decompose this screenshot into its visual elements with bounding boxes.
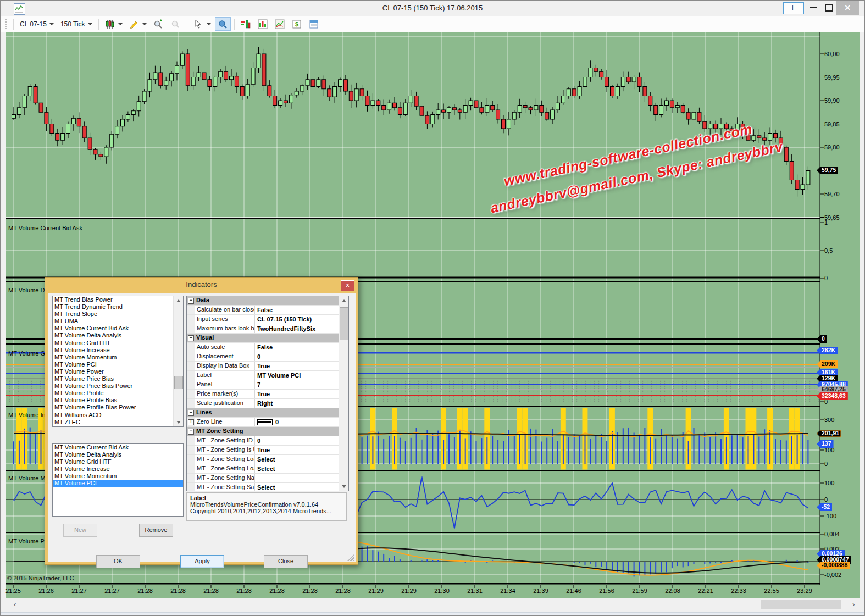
indicator-list-item[interactable]: MT Volume Current Bid Ask <box>53 325 174 332</box>
indicator-list-item[interactable]: MT Trend Bias Power <box>53 296 174 303</box>
property-grid[interactable]: −DataCalculate on bar closeFalseInput se… <box>186 296 349 491</box>
property-value[interactable]: 0 <box>255 436 339 445</box>
indicator-list-item[interactable]: MT Volume Price Bias <box>53 375 174 382</box>
indicator-list-item[interactable]: MT Volume Power <box>53 368 174 375</box>
property-value[interactable]: Select <box>255 483 339 491</box>
horizontal-scrollbar[interactable]: ‹ › <box>1 598 864 612</box>
property-value[interactable]: MT Volume PCI <box>255 371 339 380</box>
property-value[interactable]: False <box>255 306 339 314</box>
property-group-row[interactable]: −Lines <box>187 408 339 418</box>
property-group-row[interactable]: −MT Zone Setting <box>187 427 339 436</box>
collapse-icon[interactable]: − <box>188 298 194 304</box>
indicator-list-item[interactable]: MT UMA <box>53 318 174 325</box>
apply-button[interactable]: Apply <box>180 555 224 568</box>
property-row[interactable]: MT - Zone Setting Nam <box>187 474 339 483</box>
property-row[interactable]: +Zero Line0 <box>187 418 339 427</box>
property-row[interactable]: MT - Zone Setting SavSelect <box>187 483 339 491</box>
property-row[interactable]: Auto scaleFalse <box>187 343 339 352</box>
property-value[interactable]: False <box>255 343 339 352</box>
selected-indicator-item[interactable]: MT Volume Momentum <box>53 473 183 480</box>
selected-indicators-list[interactable]: MT Volume Current Bid AskMT Volume Delta… <box>52 443 184 517</box>
close-button[interactable]: Close <box>264 555 308 568</box>
property-value[interactable]: TwoHundredFiftySix <box>255 324 339 333</box>
scrollbar-thumb[interactable] <box>761 600 841 609</box>
indicator-list-item[interactable]: MT Volume PCI <box>53 361 174 368</box>
property-row[interactable]: Displacement0 <box>187 352 339 362</box>
property-value[interactable]: 0 <box>255 418 339 426</box>
indicator-list-item[interactable]: MT Volume Momentum <box>53 354 174 361</box>
scroll-right-icon[interactable]: › <box>852 600 855 608</box>
indicator-list-item[interactable]: MT Volume Profile Bias <box>53 397 174 404</box>
property-value[interactable]: 0 <box>255 352 339 361</box>
scroll-down-icon[interactable] <box>339 482 348 491</box>
 <box>258 421 271 423</box>
indicator-list-item[interactable]: MT Volume Delta Analyis <box>53 332 174 339</box>
property-row[interactable]: Maximum bars look baTwoHundredFiftySix <box>187 324 339 334</box>
grid-scrollbar[interactable] <box>339 296 348 491</box>
property-row[interactable]: Scale justificationRight <box>187 399 339 408</box>
property-value[interactable]: CL 07-15 (150 Tick) <box>255 315 339 324</box>
property-value[interactable]: 7 <box>255 380 339 389</box>
collapse-icon[interactable]: − <box>188 335 194 341</box>
property-row[interactable]: MT - Zone Setting ID0 <box>187 436 339 446</box>
property-value-text: MT Volume PCI <box>257 371 301 380</box>
dialog-close-button[interactable]: x <box>341 280 354 291</box>
property-row[interactable]: MT - Zone Setting LoaSelect <box>187 464 339 474</box>
selected-indicator-item[interactable]: MT Volume Increase <box>53 465 183 473</box>
property-row[interactable]: Calculate on bar closeFalse <box>187 306 339 315</box>
scroll-down-icon[interactable] <box>174 418 183 426</box>
time-axis-label: 22:55 <box>764 587 779 594</box>
property-value[interactable]: True <box>255 362 339 370</box>
scroll-up-icon[interactable] <box>174 296 183 305</box>
selected-indicator-item[interactable]: MT Volume Delta Analyis <box>53 451 183 458</box>
property-name: Displacement <box>195 352 255 361</box>
indicator-list-item[interactable]: MT Volume Grid HTF <box>53 340 174 347</box>
property-name: MT - Zone Setting Sav <box>195 483 255 491</box>
property-row[interactable]: MT - Zone Setting Is UTrue <box>187 446 339 455</box>
indicator-list-item[interactable]: MT Williams ACD <box>53 412 174 419</box>
expand-icon[interactable]: + <box>188 419 194 425</box>
property-name: Input series <box>195 315 255 324</box>
property-row[interactable]: Price marker(s)True <box>187 390 339 399</box>
indicator-list-item[interactable]: MT Trend Slope <box>53 310 174 318</box>
selected-indicator-item[interactable]: MT Volume PCI <box>53 480 183 487</box>
price-marker: 64697,25 <box>817 386 848 393</box>
indicator-list-item[interactable]: MT Trend Dynamic Trend <box>53 303 174 310</box>
indicator-list-item[interactable]: MT Volume Profile Bias Power <box>53 404 174 411</box>
available-indicators-list[interactable]: MT Trend Bias PowerMT Trend Dynamic Tren… <box>52 296 184 427</box>
property-value[interactable]: Select <box>255 464 339 473</box>
indicator-list-item[interactable]: MT Volume Profile <box>53 390 174 397</box>
property-name: MT - Zone Setting ID <box>195 436 255 445</box>
scrollbar-thumb[interactable] <box>340 307 348 340</box>
scrollbar-thumb[interactable] <box>174 376 183 389</box>
property-value[interactable]: Select <box>255 455 339 464</box>
new-button[interactable]: New <box>63 524 97 537</box>
scroll-up-icon[interactable] <box>339 296 348 305</box>
property-value[interactable]: Right <box>255 399 339 408</box>
property-row[interactable]: LabelMT Volume PCI <box>187 371 339 380</box>
collapse-icon[interactable]: − <box>188 410 194 416</box>
list-scrollbar[interactable] <box>173 296 183 426</box>
property-row[interactable]: MT - Zone Setting LoaSelect <box>187 455 339 464</box>
collapse-icon[interactable]: − <box>188 429 194 435</box>
property-value[interactable]: True <box>255 390 339 398</box>
indicator-list-item[interactable]: MT ZLEC <box>53 419 174 426</box>
time-axis-label: 21:28 <box>335 587 351 594</box>
property-value-text: Right <box>257 399 273 408</box>
indicator-list-item[interactable]: MT Volume Increase <box>53 347 174 354</box>
property-value-text: Select <box>257 465 275 473</box>
property-row[interactable]: Input seriesCL 07-15 (150 Tick) <box>187 315 339 324</box>
property-row[interactable]: Panel7 <box>187 380 339 390</box>
property-row[interactable]: Display in Data BoxTrue <box>187 362 339 371</box>
remove-button[interactable]: Remove <box>139 524 173 537</box>
resize-grip[interactable] <box>347 554 354 561</box>
property-value[interactable] <box>255 474 339 482</box>
property-group-row[interactable]: −Visual <box>187 334 339 343</box>
selected-indicator-item[interactable]: MT Volume Grid HTF <box>53 458 183 465</box>
scroll-left-icon[interactable]: ‹ <box>14 600 16 608</box>
property-value[interactable]: True <box>255 446 339 454</box>
indicator-list-item[interactable]: MT Volume Price Bias Power <box>53 382 174 390</box>
ok-button[interactable]: OK <box>96 555 140 568</box>
selected-indicator-item[interactable]: MT Volume Current Bid Ask <box>53 444 183 451</box>
property-group-row[interactable]: −Data <box>187 296 339 306</box>
